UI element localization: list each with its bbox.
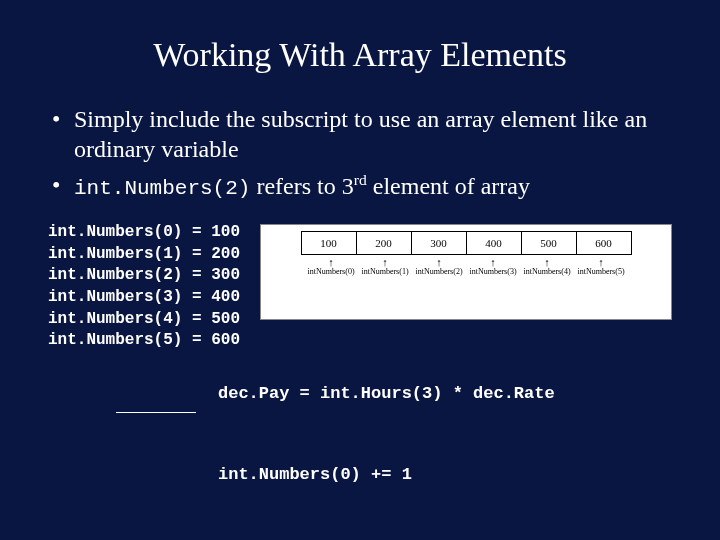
array-label-text: intNumbers(5) — [577, 267, 624, 276]
array-label: ↑intNumbers(5) — [574, 257, 628, 277]
array-label: ↑intNumbers(4) — [520, 257, 574, 277]
underline-decoration — [116, 412, 196, 413]
array-label-text: intNumbers(3) — [469, 267, 516, 276]
array-label-text: intNumbers(1) — [361, 267, 408, 276]
array-cell: 300 — [411, 231, 466, 255]
bullet-1-text: Simply include the subscript to use an a… — [74, 106, 647, 162]
array-cell: 500 — [521, 231, 576, 255]
bullet-list: Simply include the subscript to use an a… — [48, 104, 672, 202]
bullet-2-text-b: element of array — [367, 173, 530, 199]
array-label: ↑intNumbers(0) — [304, 257, 358, 277]
array-label: ↑intNumbers(1) — [358, 257, 412, 277]
array-label: ↑intNumbers(3) — [466, 257, 520, 277]
slide-title: Working With Array Elements — [48, 36, 672, 74]
array-label: ↑intNumbers(2) — [412, 257, 466, 277]
array-cell: 200 — [356, 231, 411, 255]
content-row: int.Numbers(0) = 100 int.Numbers(1) = 20… — [48, 216, 672, 352]
array-label-text: intNumbers(2) — [415, 267, 462, 276]
bullet-2-text-a: refers to 3 — [250, 173, 353, 199]
array-cell: 400 — [466, 231, 521, 255]
array-diagram: 100 200 300 400 500 600 ↑intNumbers(0) ↑… — [260, 224, 672, 320]
diagram-wrap: 100 200 300 400 500 600 ↑intNumbers(0) ↑… — [260, 224, 672, 320]
array-labels-row: ↑intNumbers(0) ↑intNumbers(1) ↑intNumber… — [261, 257, 671, 277]
array-cell: 600 — [576, 231, 632, 255]
assignments-code: int.Numbers(0) = 100 int.Numbers(1) = 20… — [48, 222, 240, 352]
slide: Working With Array Elements Simply inclu… — [0, 0, 720, 540]
examples-code: dec.Pay = int.Hours(3) * dec.Rate int.Nu… — [218, 374, 672, 540]
bullet-2: int.Numbers(2) refers to 3rd element of … — [48, 170, 672, 202]
array-cells-row: 100 200 300 400 500 600 — [261, 231, 671, 255]
bullet-2-sup: rd — [354, 171, 367, 188]
array-label-text: intNumbers(4) — [523, 267, 570, 276]
array-cell: 100 — [301, 231, 356, 255]
array-label-text: intNumbers(0) — [307, 267, 354, 276]
bullet-1: Simply include the subscript to use an a… — [48, 104, 672, 164]
bullet-2-code: int.Numbers(2) — [74, 177, 250, 200]
